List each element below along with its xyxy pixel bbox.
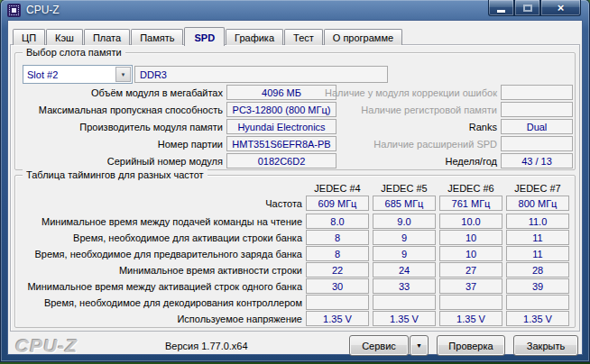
cas-cell: 11.0 xyxy=(506,214,569,229)
tab-cache[interactable]: Кэш xyxy=(46,29,83,45)
trc-cell: 30 xyxy=(306,278,369,294)
memory-slot-group-title: Выбор слота памяти xyxy=(23,47,125,58)
table-row: Частота 609 МГц 685 МГц 761 МГц 800 МГц xyxy=(23,196,569,211)
row-label: Объём модуля в мегабайтах xyxy=(23,85,223,100)
column-header: JEDEC #6 xyxy=(439,183,502,194)
slot-select-value: Slot #2 xyxy=(23,69,115,80)
row-label: Наличие расширений SPD xyxy=(243,136,497,151)
info-row: Номер партии HMT351S6EFR8A-PB Наличие ра… xyxy=(23,136,573,151)
cmd-rate-cell xyxy=(439,295,502,310)
tab-mainboard[interactable]: Плата xyxy=(84,29,130,45)
frequency-cell: 761 МГц xyxy=(439,196,502,211)
window-controls: × xyxy=(488,0,581,16)
row-label: Минимальное время между подачей команды … xyxy=(23,214,302,229)
tab-spd[interactable]: SPD xyxy=(184,27,225,46)
info-row: Производитель модуля памяти Hyundai Elec… xyxy=(23,119,573,134)
tab-cpu[interactable]: ЦП xyxy=(13,29,45,45)
table-row: Время, необходимое для активации строки … xyxy=(23,230,569,245)
row-label: Серийный номер модуля xyxy=(23,153,223,168)
trc-cell: 37 xyxy=(439,278,502,294)
cas-cell: 10.0 xyxy=(439,214,502,229)
row-label: Номер партии xyxy=(23,136,223,151)
trc-cell: 39 xyxy=(506,278,569,294)
close-icon: × xyxy=(558,2,565,14)
row-label: Неделя/год xyxy=(243,153,497,168)
row-label: Наличие регистровой памяти xyxy=(243,102,497,117)
tras-cell: 22 xyxy=(306,262,369,278)
table-row: Используемое напряжение 1.35 V 1.35 V 1.… xyxy=(23,311,569,326)
tab-about[interactable]: О программе xyxy=(324,29,402,45)
slot-select[interactable]: Slot #2 ▼ xyxy=(23,65,133,84)
ecc-value xyxy=(501,85,573,100)
titlebar[interactable]: CPU-Z × xyxy=(1,0,589,20)
frequency-cell: 685 МГц xyxy=(373,196,436,211)
tools-button[interactable]: Сервис xyxy=(349,335,409,356)
registered-value xyxy=(501,102,573,117)
cpuz-logo: CPU-Z xyxy=(15,335,78,357)
table-row: Время, необходимое для предварительного … xyxy=(23,246,569,261)
row-label: Минимальное время активности строки xyxy=(23,262,302,278)
cmd-rate-cell xyxy=(506,295,569,310)
trc-cell: 33 xyxy=(373,278,436,294)
week-year-value: 43 / 13 xyxy=(501,153,573,168)
tab-bench[interactable]: Тест xyxy=(284,29,323,45)
row-label: Производитель модуля памяти xyxy=(23,119,223,134)
tools-dropdown-icon[interactable]: ▼ xyxy=(410,335,429,356)
table-row: Время, необходимое для декодирования кон… xyxy=(23,295,569,310)
table-row: Минимальное время между подачей команды … xyxy=(23,214,569,229)
minimize-button[interactable] xyxy=(488,0,514,16)
info-row: Объём модуля в мегабайтах 4096 МБ Наличи… xyxy=(23,85,573,100)
column-header: JEDEC #7 xyxy=(506,183,569,194)
spd-ext-value xyxy=(501,136,573,151)
minimize-icon xyxy=(497,10,505,13)
frequency-cell: 800 МГц xyxy=(506,196,569,211)
chevron-down-icon[interactable]: ▼ xyxy=(115,67,131,82)
trp-cell: 10 xyxy=(439,246,502,261)
timings-group: Таблица таймингов для разных частот JEDE… xyxy=(14,175,576,328)
frequency-cell: 609 МГц xyxy=(306,196,369,211)
table-row: Минимальное время активности строки 22 2… xyxy=(23,262,569,278)
tras-cell: 28 xyxy=(506,262,569,278)
row-label: Время, необходимое для активации строки … xyxy=(23,230,302,245)
trp-cell: 9 xyxy=(373,246,436,261)
desktop: CPU-Z × ЦП Кэш Плата Память SPD Графика … xyxy=(0,0,590,364)
window-title: CPU-Z xyxy=(26,4,60,16)
voltage-cell: 1.35 V xyxy=(306,311,369,326)
tools-split-button: Сервис ▼ xyxy=(349,335,429,356)
column-header: JEDEC #4 xyxy=(306,183,369,194)
cpuz-window: CPU-Z × ЦП Кэш Плата Память SPD Графика … xyxy=(1,0,589,361)
row-label: Наличие у модуля коррекции ошибок xyxy=(243,85,497,100)
validate-button[interactable]: Проверка xyxy=(437,335,505,356)
ranks-value: Dual xyxy=(501,119,573,134)
row-label: Максимальная пропускная способность xyxy=(23,102,223,117)
tab-memory[interactable]: Память xyxy=(131,29,183,45)
column-header: JEDEC #5 xyxy=(373,183,436,194)
row-label: Время, необходимое для предварительного … xyxy=(23,246,302,261)
row-label: Время, необходимое для декодирования кон… xyxy=(23,295,302,310)
trp-cell: 11 xyxy=(506,246,569,261)
footer-buttons: Сервис ▼ Проверка Закрыть xyxy=(349,335,578,356)
tras-cell: 27 xyxy=(439,262,502,278)
tab-graphics[interactable]: Графика xyxy=(226,29,283,45)
row-label: Используемое напряжение xyxy=(23,311,302,326)
tras-cell: 24 xyxy=(373,262,436,278)
client-area: ЦП Кэш Плата Память SPD Графика Тест О п… xyxy=(7,20,583,355)
footer-bar: CPU-Z Версия 1.77.0.x64 Сервис ▼ Проверк… xyxy=(10,335,582,357)
close-button[interactable]: × xyxy=(540,0,581,16)
module-type-field: DDR3 xyxy=(134,66,388,83)
maximize-button[interactable] xyxy=(514,0,540,16)
info-row: Максимальная пропускная способность PC3-… xyxy=(23,102,573,117)
close-dialog-button[interactable]: Закрыть xyxy=(513,335,578,356)
trcd-cell: 8 xyxy=(306,230,369,245)
voltage-cell: 1.35 V xyxy=(506,311,569,326)
cas-cell: 8.0 xyxy=(306,214,369,229)
spd-panel: Выбор слота памяти Slot #2 ▼ DDR3 Объём … xyxy=(10,44,580,332)
trcd-cell: 10 xyxy=(439,230,502,245)
cmd-rate-cell xyxy=(373,295,436,310)
version-text: Версия 1.77.0.x64 xyxy=(165,341,248,351)
memory-slot-group: Выбор слота памяти Slot #2 ▼ DDR3 Объём … xyxy=(14,52,576,170)
maximize-icon xyxy=(523,5,532,12)
row-label: Минимальное время между активацией строк… xyxy=(23,278,302,294)
row-label: Ranks xyxy=(243,119,497,134)
app-icon xyxy=(7,4,21,17)
